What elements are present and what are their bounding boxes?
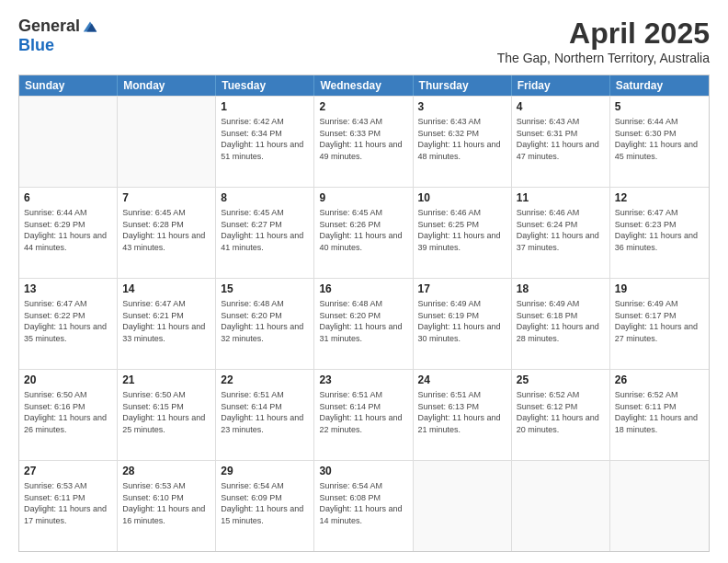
cell-info: Sunrise: 6:43 AM Sunset: 6:33 PM Dayligh… (319, 116, 407, 162)
calendar-cell: 2Sunrise: 6:43 AM Sunset: 6:33 PM Daylig… (314, 97, 413, 187)
calendar-cell: 14Sunrise: 6:47 AM Sunset: 6:21 PM Dayli… (118, 279, 216, 369)
day-number: 23 (319, 373, 407, 387)
cell-info: Sunrise: 6:48 AM Sunset: 6:20 PM Dayligh… (221, 298, 309, 344)
cell-info: Sunrise: 6:48 AM Sunset: 6:20 PM Dayligh… (319, 298, 407, 344)
cell-info: Sunrise: 6:52 AM Sunset: 6:11 PM Dayligh… (615, 389, 704, 435)
day-number: 26 (615, 373, 704, 387)
day-number: 6 (24, 190, 112, 205)
calendar-cell: 25Sunrise: 6:52 AM Sunset: 6:12 PM Dayli… (512, 370, 610, 460)
cell-info: Sunrise: 6:50 AM Sunset: 6:15 PM Dayligh… (122, 389, 210, 435)
cell-info: Sunrise: 6:45 AM Sunset: 6:26 PM Dayligh… (319, 207, 407, 253)
calendar-cell: 23Sunrise: 6:51 AM Sunset: 6:14 PM Dayli… (314, 370, 413, 460)
calendar-cell: 1Sunrise: 6:42 AM Sunset: 6:34 PM Daylig… (216, 97, 314, 187)
cell-info: Sunrise: 6:54 AM Sunset: 6:09 PM Dayligh… (221, 480, 309, 526)
cell-info: Sunrise: 6:52 AM Sunset: 6:12 PM Dayligh… (517, 389, 605, 435)
day-number: 30 (319, 464, 407, 478)
cell-info: Sunrise: 6:44 AM Sunset: 6:29 PM Dayligh… (24, 207, 112, 253)
page: General Blue April 2025 The Gap, Norther… (0, 0, 728, 563)
calendar-header: SundayMondayTuesdayWednesdayThursdayFrid… (19, 75, 709, 96)
cell-info: Sunrise: 6:45 AM Sunset: 6:28 PM Dayligh… (122, 207, 210, 253)
cell-info: Sunrise: 6:51 AM Sunset: 6:14 PM Dayligh… (319, 389, 407, 435)
logo-general-text: General (18, 17, 80, 36)
day-number: 4 (517, 99, 605, 114)
calendar-cell: 5Sunrise: 6:44 AM Sunset: 6:30 PM Daylig… (610, 97, 709, 187)
calendar-cell: 3Sunrise: 6:43 AM Sunset: 6:32 PM Daylig… (414, 97, 512, 187)
calendar-cell (414, 461, 512, 551)
calendar-cell: 13Sunrise: 6:47 AM Sunset: 6:22 PM Dayli… (19, 279, 118, 369)
day-number: 8 (221, 190, 309, 205)
day-number: 24 (418, 373, 506, 387)
cell-info: Sunrise: 6:42 AM Sunset: 6:34 PM Dayligh… (221, 116, 309, 162)
calendar-cell: 17Sunrise: 6:49 AM Sunset: 6:19 PM Dayli… (414, 279, 512, 369)
calendar-cell: 4Sunrise: 6:43 AM Sunset: 6:31 PM Daylig… (512, 97, 610, 187)
day-number: 17 (418, 282, 506, 296)
calendar-cell: 27Sunrise: 6:53 AM Sunset: 6:11 PM Dayli… (19, 461, 118, 551)
calendar-cell: 16Sunrise: 6:48 AM Sunset: 6:20 PM Dayli… (314, 279, 413, 369)
day-number: 22 (221, 373, 309, 387)
cell-info: Sunrise: 6:46 AM Sunset: 6:24 PM Dayligh… (517, 207, 605, 253)
day-number: 12 (615, 190, 704, 205)
calendar-cell: 20Sunrise: 6:50 AM Sunset: 6:16 PM Dayli… (19, 370, 118, 460)
calendar-cell: 29Sunrise: 6:54 AM Sunset: 6:09 PM Dayli… (216, 461, 314, 551)
calendar-cell: 9Sunrise: 6:45 AM Sunset: 6:26 PM Daylig… (314, 188, 413, 278)
cell-info: Sunrise: 6:47 AM Sunset: 6:22 PM Dayligh… (24, 298, 112, 344)
calendar-cell: 28Sunrise: 6:53 AM Sunset: 6:10 PM Dayli… (118, 461, 216, 551)
cell-info: Sunrise: 6:53 AM Sunset: 6:10 PM Dayligh… (122, 480, 210, 526)
calendar-cell (610, 461, 709, 551)
header-day-wednesday: Wednesday (314, 75, 413, 96)
logo: General Blue (18, 17, 98, 55)
calendar-body: 1Sunrise: 6:42 AM Sunset: 6:34 PM Daylig… (19, 96, 709, 551)
day-number: 1 (221, 99, 309, 114)
calendar: SundayMondayTuesdayWednesdayThursdayFrid… (18, 75, 710, 552)
calendar-cell: 18Sunrise: 6:49 AM Sunset: 6:18 PM Dayli… (512, 279, 610, 369)
cell-info: Sunrise: 6:47 AM Sunset: 6:23 PM Dayligh… (615, 207, 704, 253)
calendar-row-3: 20Sunrise: 6:50 AM Sunset: 6:16 PM Dayli… (19, 369, 709, 460)
calendar-cell: 30Sunrise: 6:54 AM Sunset: 6:08 PM Dayli… (314, 461, 413, 551)
day-number: 13 (24, 282, 112, 296)
day-number: 25 (517, 373, 605, 387)
cell-info: Sunrise: 6:43 AM Sunset: 6:31 PM Dayligh… (517, 116, 605, 162)
location-title: The Gap, Northern Territory, Australia (497, 51, 710, 65)
calendar-row-0: 1Sunrise: 6:42 AM Sunset: 6:34 PM Daylig… (19, 96, 709, 187)
header-day-sunday: Sunday (19, 75, 118, 96)
calendar-cell: 19Sunrise: 6:49 AM Sunset: 6:17 PM Dayli… (610, 279, 709, 369)
day-number: 19 (615, 282, 704, 296)
day-number: 10 (418, 190, 506, 205)
day-number: 16 (319, 282, 407, 296)
calendar-cell: 8Sunrise: 6:45 AM Sunset: 6:27 PM Daylig… (216, 188, 314, 278)
calendar-cell: 10Sunrise: 6:46 AM Sunset: 6:25 PM Dayli… (414, 188, 512, 278)
calendar-row-1: 6Sunrise: 6:44 AM Sunset: 6:29 PM Daylig… (19, 187, 709, 278)
cell-info: Sunrise: 6:46 AM Sunset: 6:25 PM Dayligh… (418, 207, 506, 253)
day-number: 20 (24, 373, 112, 387)
calendar-row-4: 27Sunrise: 6:53 AM Sunset: 6:11 PM Dayli… (19, 460, 709, 551)
logo-blue-text: Blue (18, 36, 54, 55)
cell-info: Sunrise: 6:47 AM Sunset: 6:21 PM Dayligh… (122, 298, 210, 344)
cell-info: Sunrise: 6:51 AM Sunset: 6:14 PM Dayligh… (221, 389, 309, 435)
cell-info: Sunrise: 6:49 AM Sunset: 6:18 PM Dayligh… (517, 298, 605, 344)
calendar-cell: 11Sunrise: 6:46 AM Sunset: 6:24 PM Dayli… (512, 188, 610, 278)
month-title: April 2025 (497, 17, 710, 51)
header: General Blue April 2025 The Gap, Norther… (18, 17, 710, 65)
calendar-cell (512, 461, 610, 551)
calendar-cell: 24Sunrise: 6:51 AM Sunset: 6:13 PM Dayli… (414, 370, 512, 460)
calendar-cell: 26Sunrise: 6:52 AM Sunset: 6:11 PM Dayli… (610, 370, 709, 460)
cell-info: Sunrise: 6:49 AM Sunset: 6:17 PM Dayligh… (615, 298, 704, 344)
day-number: 18 (517, 282, 605, 296)
day-number: 5 (615, 99, 704, 114)
header-day-saturday: Saturday (610, 75, 709, 96)
day-number: 2 (319, 99, 407, 114)
calendar-cell (19, 97, 118, 187)
day-number: 27 (24, 464, 112, 478)
logo-icon (82, 18, 98, 35)
cell-info: Sunrise: 6:51 AM Sunset: 6:13 PM Dayligh… (418, 389, 506, 435)
title-block: April 2025 The Gap, Northern Territory, … (497, 17, 710, 65)
header-day-friday: Friday (512, 75, 610, 96)
calendar-cell: 21Sunrise: 6:50 AM Sunset: 6:15 PM Dayli… (118, 370, 216, 460)
header-day-tuesday: Tuesday (216, 75, 314, 96)
cell-info: Sunrise: 6:45 AM Sunset: 6:27 PM Dayligh… (221, 207, 309, 253)
header-day-thursday: Thursday (414, 75, 512, 96)
calendar-cell: 22Sunrise: 6:51 AM Sunset: 6:14 PM Dayli… (216, 370, 314, 460)
day-number: 11 (517, 190, 605, 205)
calendar-cell: 12Sunrise: 6:47 AM Sunset: 6:23 PM Dayli… (610, 188, 709, 278)
calendar-row-2: 13Sunrise: 6:47 AM Sunset: 6:22 PM Dayli… (19, 278, 709, 369)
